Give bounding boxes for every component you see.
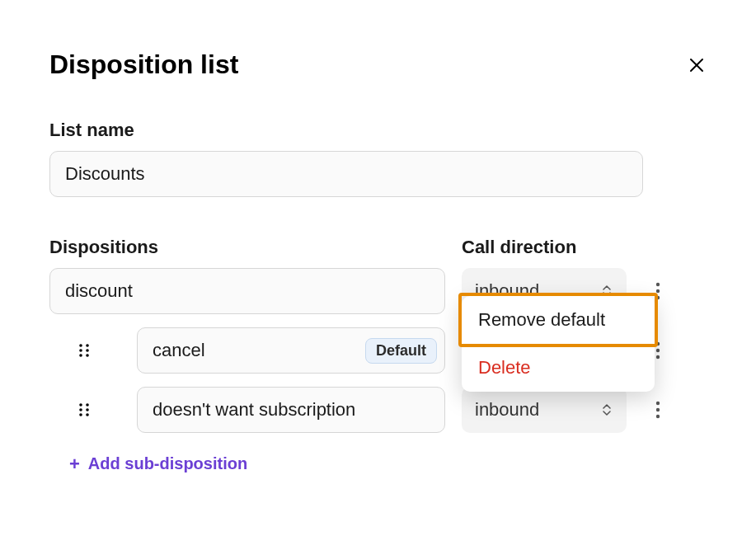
svg-point-13: [656, 355, 660, 359]
svg-point-19: [86, 413, 89, 416]
disposition-name-input[interactable]: [49, 268, 445, 314]
context-menu: Remove default Delete: [462, 296, 655, 392]
drag-handle-icon: [77, 403, 91, 416]
close-button[interactable]: [687, 55, 707, 75]
page-title: Disposition list: [49, 49, 238, 80]
menu-item-delete[interactable]: Delete: [462, 344, 655, 392]
list-name-label: List name: [49, 120, 707, 141]
add-sub-disposition-label: Add sub-disposition: [88, 454, 247, 473]
svg-point-7: [79, 349, 82, 352]
disposition-row: Default inbound Remove default Delete: [49, 327, 707, 374]
call-direction-value: inbound: [475, 399, 600, 421]
svg-point-5: [79, 344, 82, 347]
svg-point-8: [86, 349, 89, 352]
menu-item-remove-default[interactable]: Remove default: [462, 296, 655, 344]
plus-icon: +: [69, 455, 80, 473]
svg-point-12: [656, 349, 660, 352]
svg-point-14: [79, 403, 82, 407]
svg-point-18: [79, 413, 82, 416]
add-sub-disposition-button[interactable]: + Add sub-disposition: [69, 454, 247, 473]
close-icon: [688, 57, 705, 73]
svg-point-9: [79, 354, 82, 357]
svg-point-10: [86, 354, 89, 357]
svg-point-22: [656, 415, 660, 418]
chevron-up-down-icon: [600, 402, 613, 418]
list-name-field: List name: [49, 120, 707, 197]
svg-point-3: [656, 289, 660, 293]
svg-point-15: [86, 403, 89, 407]
call-direction-select[interactable]: inbound Remove default Delete: [462, 327, 627, 374]
disposition-name-input[interactable]: [137, 387, 445, 433]
call-direction-select[interactable]: inbound: [462, 387, 627, 433]
list-name-input[interactable]: [49, 151, 643, 197]
svg-point-17: [86, 408, 89, 411]
svg-point-6: [86, 344, 89, 347]
drag-handle[interactable]: [76, 344, 92, 357]
dispositions-header: Dispositions: [49, 237, 445, 258]
disposition-row: inbound: [49, 387, 707, 433]
more-vertical-icon: [655, 401, 660, 419]
svg-point-21: [656, 408, 660, 411]
default-badge: Default: [365, 338, 437, 364]
drag-handle-icon: [77, 344, 91, 357]
svg-point-2: [656, 283, 660, 286]
row-more-button[interactable]: [643, 395, 673, 425]
drag-handle[interactable]: [76, 403, 92, 416]
call-direction-header: Call direction: [462, 237, 627, 258]
svg-point-16: [79, 408, 82, 411]
svg-point-20: [656, 402, 660, 405]
